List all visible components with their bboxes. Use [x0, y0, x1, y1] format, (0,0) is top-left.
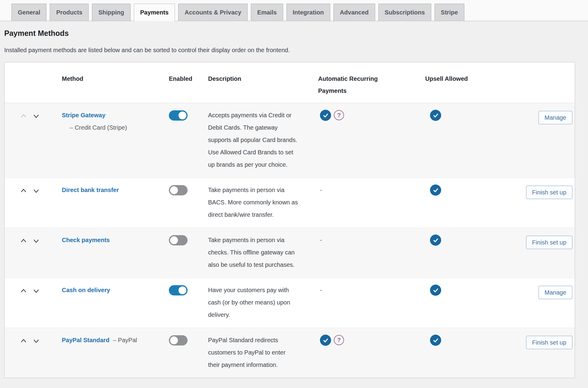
column-header-description: Description: [208, 73, 318, 97]
method-cell: Check payments: [62, 234, 169, 271]
recurring-help-icon[interactable]: ?: [334, 110, 344, 120]
move-up-icon[interactable]: [20, 187, 27, 194]
upsell-check-icon: [430, 185, 441, 196]
toggle-knob: [170, 186, 178, 194]
method-description: Have your customers pay with cash (or by…: [208, 284, 318, 321]
recurring-cell: -: [318, 284, 425, 321]
sort-cell: [5, 284, 62, 321]
method-name-link[interactable]: Direct bank transfer: [62, 187, 119, 193]
method-description: Take payments in person via BACS. More c…: [208, 184, 318, 221]
enabled-cell: [169, 284, 208, 321]
tab-label: General: [18, 9, 40, 16]
column-header-upsell: Upsell Allowed: [425, 73, 526, 97]
settings-tab-payments[interactable]: Payments: [134, 4, 175, 21]
method-description: PayPal Standard redirects customers to P…: [208, 334, 318, 371]
header-actions-spacer: [526, 73, 575, 97]
settings-tab-subscriptions[interactable]: Subscriptions: [378, 4, 431, 21]
upsell-check-icon: [430, 285, 441, 296]
move-up-icon[interactable]: [20, 337, 27, 344]
enabled-toggle[interactable]: [169, 110, 188, 121]
move-up-icon[interactable]: [20, 237, 27, 244]
method-suffix: – Credit Card (Stripe): [70, 121, 169, 134]
recurring-cell: ?: [318, 109, 425, 171]
settings-tab-accounts-privacy[interactable]: Accounts & Privacy: [178, 4, 248, 21]
move-up-icon[interactable]: [20, 287, 27, 294]
table-header-row: Method Enabled Description Automatic Rec…: [5, 62, 575, 103]
move-down-icon[interactable]: [33, 112, 40, 119]
page-title: Payment Methods: [4, 29, 584, 38]
settings-tab-shipping[interactable]: Shipping: [92, 4, 131, 21]
move-down-icon[interactable]: [33, 287, 40, 294]
tab-label: Advanced: [340, 9, 369, 16]
recurring-dash: -: [320, 284, 322, 296]
action-cell: Finish set up: [526, 234, 575, 271]
header-spacer: [5, 73, 62, 97]
method-description: Take payments in person via checks. This…: [208, 234, 318, 271]
recurring-help-icon[interactable]: ?: [334, 335, 344, 345]
column-header-recurring: Automatic Recurring Payments: [318, 73, 383, 97]
method-name-link[interactable]: Cash on delivery: [62, 287, 110, 293]
action-button[interactable]: Manage: [539, 111, 572, 124]
method-name-link[interactable]: Stripe Gateway: [62, 112, 106, 118]
enabled-cell: [169, 234, 208, 271]
toggle-knob: [179, 286, 186, 294]
move-down-icon[interactable]: [33, 237, 40, 244]
tab-label: Products: [56, 9, 82, 16]
action-button[interactable]: Manage: [539, 286, 572, 299]
question-glyph: ?: [337, 109, 341, 121]
enabled-toggle[interactable]: [169, 235, 188, 245]
move-up-icon[interactable]: [20, 112, 27, 119]
recurring-cell: -: [318, 234, 425, 271]
recurring-check-icon: [320, 335, 331, 346]
enabled-toggle[interactable]: [169, 285, 188, 295]
upsell-cell: [425, 184, 526, 221]
recurring-dash: -: [320, 184, 322, 196]
payment-methods-table: Method Enabled Description Automatic Rec…: [4, 62, 575, 378]
upsell-check-icon: [430, 335, 441, 346]
enabled-toggle[interactable]: [169, 185, 188, 195]
tab-label: Stripe: [441, 9, 458, 16]
toggle-knob: [170, 236, 178, 244]
enabled-toggle[interactable]: [169, 335, 188, 345]
upsell-check-icon: [430, 235, 441, 246]
action-cell: Manage: [526, 284, 575, 321]
payment-method-row: Check payments Take payments in person v…: [5, 228, 575, 278]
column-header-enabled: Enabled: [169, 73, 208, 97]
settings-tab-products[interactable]: Products: [50, 4, 89, 21]
action-button[interactable]: Finish set up: [526, 336, 572, 349]
settings-tab-bar: General Products Shipping Payments Accou…: [0, 0, 588, 21]
toggle-knob: [179, 112, 186, 119]
recurring-check-icon: [320, 110, 331, 121]
question-glyph: ?: [337, 334, 341, 346]
settings-tab-integration[interactable]: Integration: [286, 4, 330, 21]
action-button[interactable]: Finish set up: [526, 236, 572, 249]
move-down-icon[interactable]: [33, 187, 40, 194]
tab-label: Payments: [140, 9, 169, 16]
recurring-dash: -: [320, 234, 322, 246]
column-header-method: Method: [62, 73, 169, 97]
method-name-link[interactable]: Check payments: [62, 237, 110, 243]
upsell-cell: [425, 334, 526, 371]
settings-tab-emails[interactable]: Emails: [251, 4, 283, 21]
method-name-link[interactable]: PayPal Standard: [62, 337, 109, 343]
settings-tab-general[interactable]: General: [11, 4, 46, 21]
payments-settings-page: Payment Methods Installed payment method…: [0, 29, 588, 378]
method-cell: Cash on delivery: [62, 284, 169, 321]
tab-label: Integration: [293, 9, 324, 16]
action-cell: Manage: [526, 109, 575, 171]
method-cell: PayPal Standard – PayPal: [62, 334, 169, 371]
enabled-cell: [169, 334, 208, 371]
upsell-cell: [425, 234, 526, 271]
settings-tab-stripe[interactable]: Stripe: [435, 4, 464, 21]
page-subtitle: Installed payment methods are listed bel…: [4, 47, 584, 54]
move-down-icon[interactable]: [33, 337, 40, 344]
settings-tab-advanced[interactable]: Advanced: [334, 4, 375, 21]
enabled-cell: [169, 184, 208, 221]
sort-cell: [5, 334, 62, 371]
payment-method-row: Cash on delivery Have your customers pay…: [5, 278, 575, 328]
payment-methods-rows: Stripe Gateway – Credit Card (Stripe) Ac…: [5, 103, 575, 378]
payment-method-row: Stripe Gateway – Credit Card (Stripe) Ac…: [5, 103, 575, 178]
sort-cell: [5, 184, 62, 221]
action-button[interactable]: Finish set up: [526, 186, 572, 199]
method-cell: Stripe Gateway – Credit Card (Stripe): [62, 109, 169, 171]
